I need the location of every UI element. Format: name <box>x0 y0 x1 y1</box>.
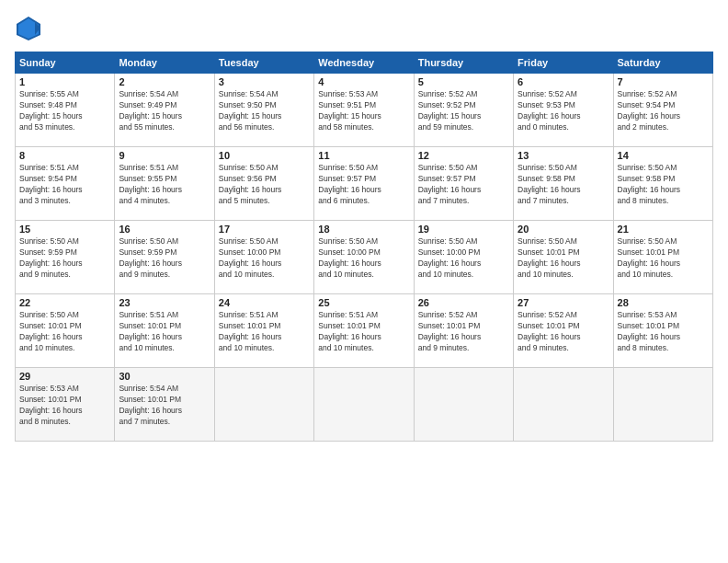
day-info: Sunrise: 5:50 AM Sunset: 10:00 PM Daylig… <box>318 236 409 281</box>
week-row-1: 1Sunrise: 5:55 AM Sunset: 9:48 PM Daylig… <box>16 74 713 147</box>
day-number: 27 <box>518 297 609 308</box>
day-number: 5 <box>418 76 509 87</box>
day-info: Sunrise: 5:52 AM Sunset: 9:53 PM Dayligh… <box>518 89 609 133</box>
day-cell: 23Sunrise: 5:51 AM Sunset: 10:01 PM Dayl… <box>115 294 214 368</box>
day-number: 4 <box>318 76 409 87</box>
day-number: 6 <box>518 76 609 87</box>
day-number: 3 <box>219 76 310 87</box>
day-info: Sunrise: 5:50 AM Sunset: 9:57 PM Dayligh… <box>318 163 409 207</box>
day-cell: 24Sunrise: 5:51 AM Sunset: 10:01 PM Dayl… <box>214 294 313 368</box>
day-info: Sunrise: 5:51 AM Sunset: 10:01 PM Daylig… <box>119 310 210 354</box>
day-info: Sunrise: 5:53 AM Sunset: 9:51 PM Dayligh… <box>318 89 409 133</box>
column-header-sunday: Sunday <box>16 52 115 74</box>
day-number: 13 <box>518 150 609 161</box>
day-info: Sunrise: 5:50 AM Sunset: 10:01 PM Daylig… <box>618 236 709 281</box>
day-number: 11 <box>318 150 409 161</box>
day-cell <box>613 368 712 442</box>
day-number: 8 <box>19 150 110 161</box>
day-info: Sunrise: 5:50 AM Sunset: 10:01 PM Daylig… <box>19 310 110 354</box>
column-header-thursday: Thursday <box>414 52 513 74</box>
day-info: Sunrise: 5:55 AM Sunset: 9:48 PM Dayligh… <box>19 89 110 133</box>
day-info: Sunrise: 5:52 AM Sunset: 10:01 PM Daylig… <box>418 310 509 354</box>
day-cell: 13Sunrise: 5:50 AM Sunset: 9:58 PM Dayli… <box>514 147 613 221</box>
day-number: 15 <box>19 224 110 235</box>
day-info: Sunrise: 5:52 AM Sunset: 10:01 PM Daylig… <box>518 310 609 354</box>
day-info: Sunrise: 5:54 AM Sunset: 10:01 PM Daylig… <box>119 384 210 428</box>
day-number: 17 <box>219 224 310 235</box>
day-number: 30 <box>119 371 210 382</box>
day-info: Sunrise: 5:50 AM Sunset: 9:59 PM Dayligh… <box>19 236 110 281</box>
day-cell: 26Sunrise: 5:52 AM Sunset: 10:01 PM Dayl… <box>414 294 513 368</box>
header <box>15 15 713 42</box>
day-number: 9 <box>119 150 210 161</box>
day-cell: 11Sunrise: 5:50 AM Sunset: 9:57 PM Dayli… <box>314 147 414 221</box>
calendar: SundayMondayTuesdayWednesdayThursdayFrid… <box>15 52 713 442</box>
day-cell: 3Sunrise: 5:54 AM Sunset: 9:50 PM Daylig… <box>214 74 313 147</box>
day-cell: 8Sunrise: 5:51 AM Sunset: 9:54 PM Daylig… <box>16 147 115 221</box>
week-row-2: 8Sunrise: 5:51 AM Sunset: 9:54 PM Daylig… <box>16 147 713 221</box>
day-cell: 20Sunrise: 5:50 AM Sunset: 10:01 PM Dayl… <box>514 221 613 294</box>
week-row-5: 29Sunrise: 5:53 AM Sunset: 10:01 PM Dayl… <box>16 368 713 442</box>
page: SundayMondayTuesdayWednesdayThursdayFrid… <box>0 0 728 563</box>
day-cell: 25Sunrise: 5:51 AM Sunset: 10:01 PM Dayl… <box>314 294 414 368</box>
day-info: Sunrise: 5:50 AM Sunset: 9:56 PM Dayligh… <box>219 163 310 207</box>
day-number: 26 <box>418 297 509 308</box>
day-number: 23 <box>119 297 210 308</box>
day-info: Sunrise: 5:53 AM Sunset: 10:01 PM Daylig… <box>19 384 110 428</box>
day-cell: 5Sunrise: 5:52 AM Sunset: 9:52 PM Daylig… <box>414 74 513 147</box>
column-header-wednesday: Wednesday <box>314 52 414 74</box>
day-info: Sunrise: 5:51 AM Sunset: 9:55 PM Dayligh… <box>119 163 210 207</box>
day-cell <box>514 368 613 442</box>
day-number: 2 <box>119 76 210 87</box>
day-cell: 30Sunrise: 5:54 AM Sunset: 10:01 PM Dayl… <box>115 368 214 442</box>
day-cell: 14Sunrise: 5:50 AM Sunset: 9:58 PM Dayli… <box>613 147 712 221</box>
day-info: Sunrise: 5:50 AM Sunset: 9:58 PM Dayligh… <box>518 163 609 207</box>
day-cell: 7Sunrise: 5:52 AM Sunset: 9:54 PM Daylig… <box>613 74 712 147</box>
day-info: Sunrise: 5:51 AM Sunset: 10:01 PM Daylig… <box>318 310 409 354</box>
day-cell: 16Sunrise: 5:50 AM Sunset: 9:59 PM Dayli… <box>115 221 214 294</box>
week-row-4: 22Sunrise: 5:50 AM Sunset: 10:01 PM Dayl… <box>16 294 713 368</box>
week-row-3: 15Sunrise: 5:50 AM Sunset: 9:59 PM Dayli… <box>16 221 713 294</box>
day-info: Sunrise: 5:52 AM Sunset: 9:52 PM Dayligh… <box>418 89 509 133</box>
day-info: Sunrise: 5:50 AM Sunset: 10:00 PM Daylig… <box>418 236 509 281</box>
day-cell <box>214 368 313 442</box>
day-number: 16 <box>119 224 210 235</box>
day-number: 28 <box>618 297 709 308</box>
day-number: 24 <box>219 297 310 308</box>
day-cell: 10Sunrise: 5:50 AM Sunset: 9:56 PM Dayli… <box>214 147 313 221</box>
day-info: Sunrise: 5:51 AM Sunset: 10:01 PM Daylig… <box>219 310 310 354</box>
day-number: 25 <box>318 297 409 308</box>
day-info: Sunrise: 5:50 AM Sunset: 10:00 PM Daylig… <box>219 236 310 281</box>
day-number: 21 <box>618 224 709 235</box>
day-cell: 27Sunrise: 5:52 AM Sunset: 10:01 PM Dayl… <box>514 294 613 368</box>
day-cell: 28Sunrise: 5:53 AM Sunset: 10:01 PM Dayl… <box>613 294 712 368</box>
day-number: 20 <box>518 224 609 235</box>
day-info: Sunrise: 5:53 AM Sunset: 10:01 PM Daylig… <box>618 310 709 354</box>
day-number: 12 <box>418 150 509 161</box>
day-cell <box>414 368 513 442</box>
day-cell: 29Sunrise: 5:53 AM Sunset: 10:01 PM Dayl… <box>16 368 115 442</box>
day-info: Sunrise: 5:54 AM Sunset: 9:50 PM Dayligh… <box>219 89 310 133</box>
day-number: 29 <box>19 371 110 382</box>
day-info: Sunrise: 5:50 AM Sunset: 9:59 PM Dayligh… <box>119 236 210 281</box>
day-cell <box>314 368 414 442</box>
day-info: Sunrise: 5:50 AM Sunset: 9:58 PM Dayligh… <box>618 163 709 207</box>
day-number: 14 <box>618 150 709 161</box>
day-cell: 4Sunrise: 5:53 AM Sunset: 9:51 PM Daylig… <box>314 74 414 147</box>
day-info: Sunrise: 5:54 AM Sunset: 9:49 PM Dayligh… <box>119 89 210 133</box>
day-number: 7 <box>618 76 709 87</box>
day-cell: 19Sunrise: 5:50 AM Sunset: 10:00 PM Dayl… <box>414 221 513 294</box>
day-cell: 2Sunrise: 5:54 AM Sunset: 9:49 PM Daylig… <box>115 74 214 147</box>
column-header-friday: Friday <box>514 52 613 74</box>
day-cell: 12Sunrise: 5:50 AM Sunset: 9:57 PM Dayli… <box>414 147 513 221</box>
column-header-saturday: Saturday <box>613 52 712 74</box>
day-cell: 18Sunrise: 5:50 AM Sunset: 10:00 PM Dayl… <box>314 221 414 294</box>
day-cell: 17Sunrise: 5:50 AM Sunset: 10:00 PM Dayl… <box>214 221 313 294</box>
column-header-tuesday: Tuesday <box>214 52 313 74</box>
day-number: 1 <box>19 76 110 87</box>
header-row: SundayMondayTuesdayWednesdayThursdayFrid… <box>16 52 713 74</box>
day-cell: 6Sunrise: 5:52 AM Sunset: 9:53 PM Daylig… <box>514 74 613 147</box>
day-cell: 21Sunrise: 5:50 AM Sunset: 10:01 PM Dayl… <box>613 221 712 294</box>
day-info: Sunrise: 5:51 AM Sunset: 9:54 PM Dayligh… <box>19 163 110 207</box>
day-cell: 15Sunrise: 5:50 AM Sunset: 9:59 PM Dayli… <box>16 221 115 294</box>
